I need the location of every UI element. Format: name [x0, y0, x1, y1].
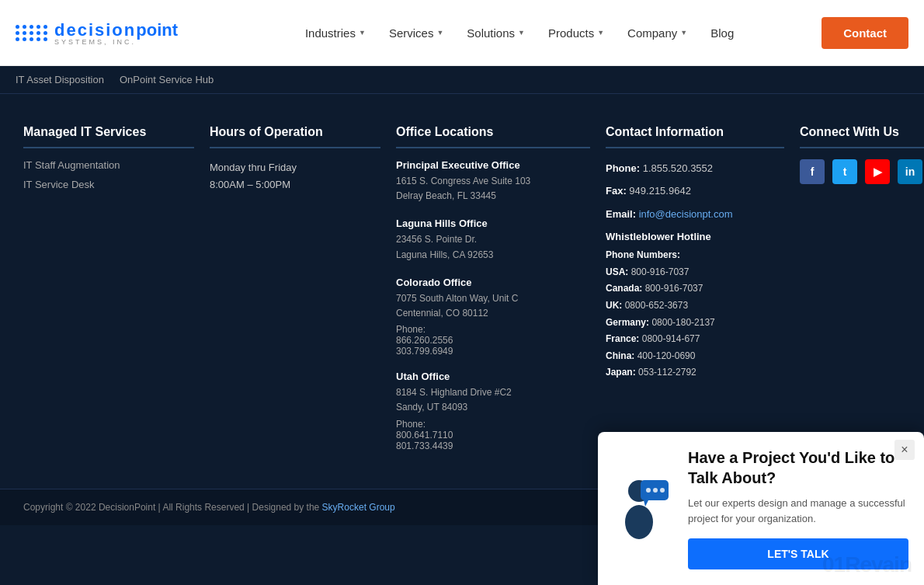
footer-col-social: Connect With Us f t ▶ in — [800, 125, 924, 465]
office-addr2-principal: Delray Beach, FL 33445 — [396, 189, 590, 204]
contact-phone-line: Phone: 1.855.520.3552 — [606, 159, 784, 177]
linkedin-icon[interactable]: in — [898, 159, 922, 184]
phone-line-uk: UK: 0800-652-3673 — [606, 298, 784, 315]
nav-item-industries[interactable]: Industries ▼ — [296, 20, 375, 46]
phone-line-china: China: 400-120-0690 — [606, 348, 784, 365]
office-name-utah: Utah Office — [396, 371, 590, 382]
contact-button[interactable]: Contact — [822, 17, 908, 49]
footer-col5-title: Connect With Us — [800, 125, 924, 148]
twitter-icon[interactable]: t — [832, 159, 857, 184]
phone-numbers-section: Phone Numbers: USA: 800-916-7037 Canada:… — [606, 247, 784, 381]
office-name-colorado: Colorado Office — [396, 277, 590, 288]
office-name-principal: Principal Executive Office — [396, 159, 590, 171]
popup-icon-area — [613, 447, 676, 525]
top-strip-link-asset[interactable]: IT Asset Disposition — [16, 74, 104, 85]
chevron-down-icon: ▼ — [518, 29, 525, 37]
nav-link-products[interactable]: Products ▼ — [539, 20, 613, 46]
phone-line-germany: Germany: 0800-180-2137 — [606, 315, 784, 332]
nav-link-blog[interactable]: Blog — [701, 20, 743, 46]
nav-link-company[interactable]: Company ▼ — [618, 20, 696, 46]
contact-fax-label: Fax: — [606, 185, 627, 197]
list-item[interactable]: IT Service Desk — [23, 179, 194, 190]
footer-col4-title: Contact Information — [606, 125, 784, 148]
phone-line-canada: Canada: 800-916-7037 — [606, 280, 784, 298]
popup-content: Have a Project You'd Like to Talk About?… — [688, 447, 908, 525]
chevron-down-icon: ▼ — [680, 29, 687, 37]
nav-link-industries[interactable]: Industries ▼ — [296, 20, 375, 46]
footer-col-offices: Office Locations Principal Executive Off… — [396, 125, 590, 465]
skyrocket-link[interactable]: SkyRocket Group — [322, 502, 395, 513]
nav-link-solutions[interactable]: Solutions ▼ — [457, 20, 534, 46]
footer-col-hours: Hours of Operation Monday thru Friday 8:… — [210, 125, 380, 465]
top-strip-link-onpoint[interactable]: OnPoint Service Hub — [120, 74, 214, 85]
main-nav: decisionpoint SYSTEMS, INC. Industries ▼… — [0, 0, 924, 66]
svg-point-4 — [646, 488, 651, 493]
youtube-icon[interactable]: ▶ — [865, 159, 890, 184]
nav-item-company[interactable]: Company ▼ — [618, 20, 696, 46]
office-colorado: Colorado Office 7075 South Alton Way, Un… — [396, 277, 590, 357]
footer-col3-title: Office Locations — [396, 125, 590, 148]
top-strip: IT Asset Disposition OnPoint Service Hub — [0, 66, 924, 94]
contact-email-label: Email: — [606, 208, 636, 220]
nav-menu: Industries ▼ Services ▼ Solutions ▼ Prod… — [217, 20, 822, 46]
popup-inner: Have a Project You'd Like to Talk About?… — [598, 432, 924, 525]
contact-email-line: Email: info@decisionpt.com — [606, 205, 784, 223]
nav-item-services[interactable]: Services ▼ — [380, 20, 453, 46]
popup-close-button[interactable]: × — [894, 440, 915, 460]
nav-link-services[interactable]: Services ▼ — [380, 20, 453, 46]
popup-title: Have a Project You'd Like to Talk About? — [688, 447, 908, 488]
contact-phone-label: Phone: — [606, 162, 640, 174]
svg-point-5 — [653, 488, 658, 493]
phone-num1-colorado: 866.260.2556 — [396, 335, 590, 346]
phone-line-france: France: 0800-914-677 — [606, 331, 784, 348]
office-addr1-utah: 8184 S. Highland Drive #C2 — [396, 385, 590, 400]
office-phone-utah: Phone: 800.641.7110 801.733.4439 — [396, 419, 590, 451]
phone-num2-colorado: 303.799.6949 — [396, 346, 590, 357]
contact-phone-value: 1.855.520.3552 — [643, 162, 713, 174]
phone-numbers-label: Phone Numbers: — [606, 247, 784, 264]
footer-col-contact: Contact Information Phone: 1.855.520.355… — [606, 125, 784, 465]
contact-fax-line: Fax: 949.215.9642 — [606, 182, 784, 200]
footer-col2-title: Hours of Operation — [210, 125, 380, 148]
copyright-text: Copyright © 2022 DecisionPoint | All Rig… — [23, 502, 322, 513]
office-laguna: Laguna Hills Office 23456 S. Pointe Dr. … — [396, 218, 590, 262]
contact-fax-value: 949.215.9642 — [629, 185, 691, 197]
social-icons: f t ▶ in — [800, 159, 924, 184]
hours-text: Monday thru Friday 8:00AM – 5:00PM — [210, 159, 380, 193]
contact-email-link[interactable]: info@decisionpt.com — [639, 208, 733, 220]
svg-point-1 — [625, 505, 653, 525]
nav-item-products[interactable]: Products ▼ — [539, 20, 613, 46]
hours-days: Monday thru Friday — [210, 159, 380, 176]
office-phone-colorado: Phone: 866.260.2556 303.799.6949 — [396, 324, 590, 357]
link-it-staff-aug[interactable]: IT Staff Augmentation — [23, 159, 120, 171]
svg-marker-3 — [644, 500, 648, 507]
phone-label: Phone: — [396, 419, 426, 430]
person-icon — [617, 474, 672, 525]
chevron-down-icon: ▼ — [597, 29, 604, 37]
facebook-icon[interactable]: f — [800, 159, 825, 184]
office-addr1-colorado: 7075 South Alton Way, Unit C — [396, 291, 590, 306]
office-addr2-colorado: Centennial, CO 80112 — [396, 306, 590, 321]
office-addr1-laguna: 23456 S. Pointe Dr. — [396, 232, 590, 247]
nav-item-blog[interactable]: Blog — [701, 20, 743, 46]
popup-overlay: × Have a Project You'd Like to Talk Abou… — [598, 432, 924, 525]
whistleblower-title: Whistleblower Hotline — [606, 231, 784, 242]
logo-sub: SYSTEMS, INC. — [54, 38, 178, 46]
footer-col1-links: IT Staff Augmentation IT Service Desk — [23, 159, 194, 190]
hours-time: 8:00AM – 5:00PM — [210, 176, 380, 193]
popup-subtitle: Let our experts design and manage a succ… — [688, 496, 908, 525]
phone-line-japan: Japan: 053-112-2792 — [606, 364, 784, 381]
office-name-laguna: Laguna Hills Office — [396, 218, 590, 229]
office-principal: Principal Executive Office 1615 S. Congr… — [396, 159, 590, 204]
office-addr2-utah: Sandy, UT 84093 — [396, 400, 590, 415]
nav-item-solutions[interactable]: Solutions ▼ — [457, 20, 534, 46]
office-addr1-principal: 1615 S. Congress Ave Suite 103 — [396, 174, 590, 189]
chevron-down-icon: ▼ — [436, 29, 443, 37]
list-item[interactable]: IT Staff Augmentation — [23, 159, 194, 171]
link-it-service-desk[interactable]: IT Service Desk — [23, 179, 95, 190]
logo-text: decisionpoint SYSTEMS, INC. — [54, 20, 178, 46]
logo[interactable]: decisionpoint SYSTEMS, INC. — [16, 20, 217, 46]
phone-line-usa: USA: 800-916-7037 — [606, 264, 784, 281]
office-addr2-laguna: Laguna Hills, CA 92653 — [396, 248, 590, 263]
footer-col1-title: Managed IT Services — [23, 125, 194, 148]
